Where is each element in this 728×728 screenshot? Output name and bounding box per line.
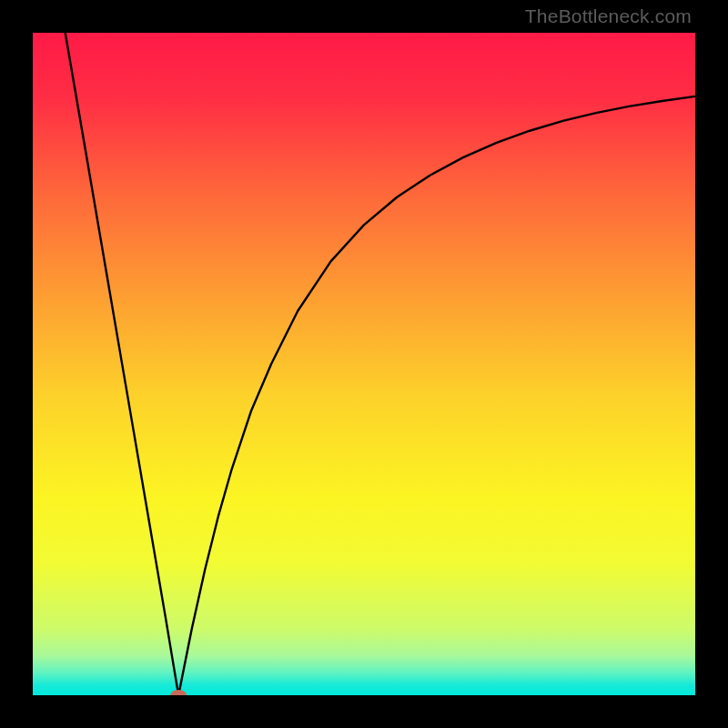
minimum-marker [170, 690, 187, 695]
watermark-text: TheBottleneck.com [525, 5, 692, 27]
plot-area [33, 33, 695, 695]
bottleneck-curve [33, 33, 695, 695]
chart-frame: TheBottleneck.com [0, 0, 728, 728]
